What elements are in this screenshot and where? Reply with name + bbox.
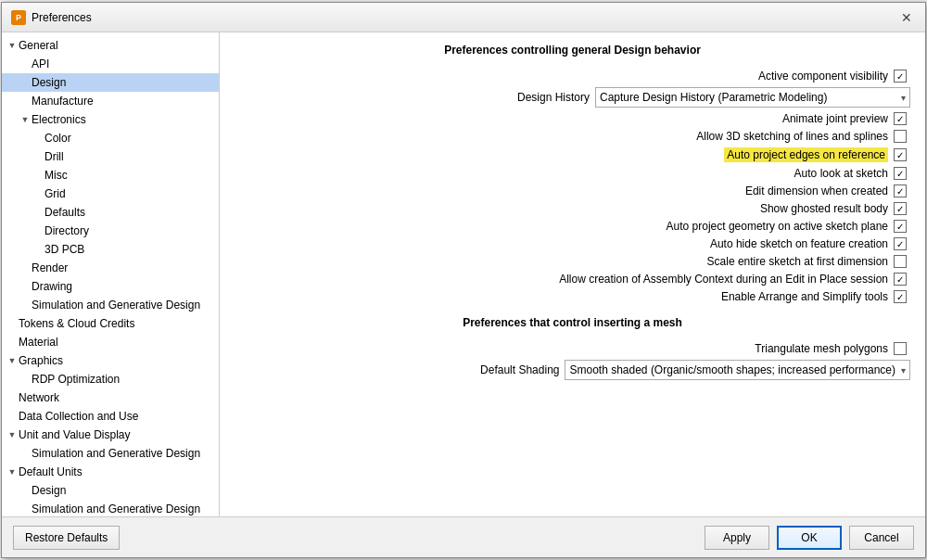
close-button[interactable]: ✕	[897, 8, 916, 27]
title-bar: P Preferences ✕	[2, 3, 925, 32]
sidebar-item-simgen[interactable]: Simulation and Generative Design	[2, 444, 219, 463]
checkbox-editdim[interactable]	[894, 185, 907, 197]
sidebar-item-grid[interactable]: Grid	[2, 185, 219, 203]
tree-toggle-design2	[19, 484, 32, 497]
sidebar-item-electronics[interactable]: ▼Electronics	[2, 110, 219, 129]
sidebar-item-label-render: Render	[32, 261, 68, 274]
shading-dropdown[interactable]: Smooth shaded (Organic/smooth shapes; in…	[565, 360, 910, 380]
tree-toggle-general: ▼	[6, 39, 19, 52]
sidebar-item-datacollection[interactable]: Data Collection and Use	[2, 407, 219, 426]
shading-arrow: ▾	[901, 365, 906, 375]
sidebar-item-misc[interactable]: Misc	[2, 166, 219, 185]
design-history-value: Capture Design History (Parametric Model…	[600, 91, 827, 104]
tree-toggle-3dpcb	[32, 243, 44, 256]
sidebar-item-label-drill: Drill	[44, 150, 64, 163]
section-title: Preferences controlling general Design b…	[235, 44, 910, 57]
sidebar-item-label-drawing: Drawing	[32, 280, 72, 293]
mesh-section-title: Preferences that control inserting a mes…	[235, 316, 910, 329]
checkbox-ghosted[interactable]	[894, 202, 907, 215]
restore-defaults-button[interactable]: Restore Defaults	[13, 526, 120, 550]
sidebar-item-label-electronics: Electronics	[32, 113, 86, 126]
tree-toggle-render	[19, 261, 32, 274]
sidebar-item-label-color: Color	[44, 132, 71, 145]
design-history-row: Design History Capture Design History (P…	[235, 87, 910, 108]
tree-toggle-simgen	[19, 447, 32, 460]
checkbox-autohide[interactable]	[894, 237, 907, 250]
tree-toggle-defaults	[32, 206, 44, 219]
sidebar-item-material[interactable]: Material	[2, 333, 219, 351]
sidebar-item-general[interactable]: ▼General	[2, 36, 219, 55]
sidebar-item-defaults[interactable]: Defaults	[2, 203, 219, 222]
sidebar-item-3dpcb[interactable]: 3D PCB	[2, 240, 219, 259]
sidebar-item-color[interactable]: Color	[2, 129, 219, 147]
sidebar-item-tokens[interactable]: Tokens & Cloud Credits	[2, 314, 219, 333]
sidebar-item-render[interactable]: Render	[2, 259, 219, 277]
sidebar-item-graphics[interactable]: ▼Graphics	[2, 351, 219, 370]
tree-toggle-misc	[32, 169, 44, 182]
checkbox-autolook[interactable]	[894, 167, 907, 180]
sidebar-item-drill[interactable]: Drill	[2, 147, 219, 166]
sidebar-item-label-simulation: Simulation and Generative Design	[32, 299, 200, 312]
sidebar-item-design[interactable]: Design	[2, 73, 219, 92]
sidebar-item-api[interactable]: API	[2, 55, 219, 73]
sidebar-item-directory[interactable]: Directory	[2, 222, 219, 240]
design-history-label: Design History	[517, 91, 590, 104]
sidebar-item-label-graphics: Graphics	[19, 354, 63, 367]
sidebar-item-network[interactable]: Network	[2, 388, 219, 407]
pref-row-autolook: Auto look at sketch	[235, 167, 910, 180]
tree-toggle-datacollection	[6, 410, 19, 423]
pref-label-assembly: Allow creation of Assembly Context durin…	[559, 273, 888, 286]
checkbox-autoproject[interactable]	[894, 148, 907, 161]
sidebar-item-unitvalue[interactable]: ▼Unit and Value Display	[2, 426, 219, 444]
checkbox-3dsketch[interactable]	[894, 130, 907, 143]
ok-button[interactable]: OK	[777, 526, 842, 550]
tree-toggle-manufacture	[19, 95, 32, 108]
pref-label-autohide: Auto hide sketch on feature creation	[710, 237, 888, 250]
sidebar-item-label-rdp: RDP Optimization	[32, 373, 120, 386]
title-bar-left: P Preferences	[11, 10, 92, 25]
sidebar-item-rdp[interactable]: RDP Optimization	[2, 370, 219, 388]
preferences-dialog: P Preferences ✕ ▼GeneralAPIDesignManufac…	[1, 2, 926, 558]
sidebar-item-label-network: Network	[19, 391, 59, 404]
sidebar-item-label-design2: Design	[32, 484, 66, 497]
design-history-arrow: ▾	[901, 93, 906, 103]
sidebar-item-label-misc: Misc	[44, 169, 68, 182]
sidebar-item-simgen2[interactable]: Simulation and Generative Design	[2, 500, 219, 516]
pref-row-active-visibility: Active component visibility	[235, 70, 910, 83]
tree-toggle-color	[32, 132, 44, 145]
sidebar-item-simulation[interactable]: Simulation and Generative Design	[2, 296, 219, 314]
sidebar-item-drawing[interactable]: Drawing	[2, 277, 219, 296]
tree-toggle-graphics: ▼	[6, 354, 19, 367]
pref-label-autoproject: Auto project edges on reference	[724, 147, 888, 162]
sidebar-item-design2[interactable]: Design	[2, 481, 219, 500]
app-icon: P	[11, 10, 26, 25]
shading-label: Default Shading	[480, 363, 559, 376]
pref-label-arrange: Enable Arrange and Simplify tools	[721, 290, 888, 303]
pref-row-arrange: Enable Arrange and Simplify tools	[235, 290, 910, 303]
checkbox-autoprojectgeo[interactable]	[894, 220, 907, 233]
design-history-dropdown[interactable]: Capture Design History (Parametric Model…	[595, 87, 910, 108]
checkbox-triangulate[interactable]	[894, 342, 907, 355]
sidebar-item-label-simgen: Simulation and Generative Design	[32, 447, 200, 460]
checkbox-assembly[interactable]	[894, 273, 907, 286]
sidebar-item-manufacture[interactable]: Manufacture	[2, 92, 219, 110]
checkbox-scale[interactable]	[894, 255, 907, 268]
apply-button[interactable]: Apply	[705, 526, 769, 550]
checkbox-active-visibility[interactable]	[894, 70, 907, 83]
sidebar-item-label-3dpcb: 3D PCB	[44, 243, 84, 256]
pref-row-animate: Animate joint preview	[235, 112, 910, 125]
sidebar: ▼GeneralAPIDesignManufacture▼Electronics…	[2, 32, 220, 516]
sidebar-item-defaultunits[interactable]: ▼Default Units	[2, 463, 219, 481]
sidebar-item-label-defaultunits: Default Units	[19, 465, 83, 478]
checkbox-arrange[interactable]	[894, 290, 907, 303]
tree-toggle-simgen2	[19, 503, 32, 515]
cancel-button[interactable]: Cancel	[849, 526, 914, 550]
sidebar-item-label-material: Material	[19, 336, 58, 349]
mesh-separator: Preferences that control inserting a mes…	[235, 316, 910, 329]
main-panel: Preferences controlling general Design b…	[220, 32, 925, 516]
pref-label-animate: Animate joint preview	[782, 112, 888, 125]
checkbox-animate[interactable]	[894, 112, 907, 125]
shading-value: Smooth shaded (Organic/smooth shapes; in…	[569, 363, 895, 376]
sidebar-item-label-general: General	[19, 39, 58, 52]
tree-toggle-api	[19, 57, 32, 70]
